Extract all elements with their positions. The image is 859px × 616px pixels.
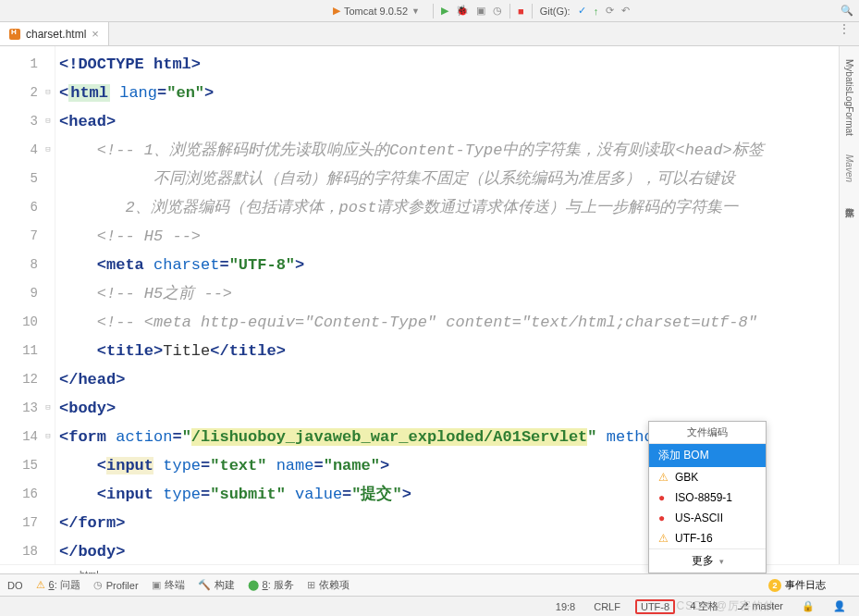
status-bar: 19:8 CRLF UTF-8 4 空格 ⎇ master 🔒 👤 (0, 596, 859, 616)
line-gutter: 1 2 3 4 5 6 7 8 9 10 11 12 13 14 15 16 1… (0, 46, 55, 564)
code-line: <!-- H5之前 --> (97, 285, 232, 302)
line-number: 1 (0, 50, 38, 79)
code-line: <html lang="en"> (59, 84, 214, 102)
line-number: 17 (0, 509, 38, 537)
line-number: 15 (0, 451, 38, 480)
line-number: 11 (0, 337, 38, 365)
todo-button[interactable]: DO (7, 580, 23, 591)
coverage-icon[interactable]: ▣ (476, 5, 485, 17)
git-commit-icon[interactable]: ↑ (594, 6, 599, 17)
tab-charset-html[interactable]: charset.html × (0, 22, 109, 45)
right-tool-sidebar: MybatisLogFormat Maven 数据库 (839, 46, 859, 564)
line-ending[interactable]: CRLF (590, 601, 624, 612)
main-toolbar: ▶ Tomcat 9.0.52 ▼ ▶ 🐞 ▣ ◷ ■ Git(G): ✓ ↑ … (0, 0, 859, 22)
event-log-button[interactable]: 2 事件日志 (768, 578, 826, 592)
error-icon: ● (658, 491, 669, 504)
search-icon[interactable]: 🔍 (841, 5, 853, 17)
line-number: 6 (0, 193, 38, 222)
problems-button[interactable]: ⚠ 6: 问题 (36, 578, 80, 592)
line-number: 5 (0, 165, 38, 193)
error-icon: ● (658, 511, 669, 524)
stop-icon[interactable]: ■ (518, 6, 524, 17)
fold-toggle-icon[interactable]: ⊟ (43, 394, 53, 423)
tab-filename: charset.html (26, 28, 86, 41)
file-encoding[interactable]: UTF-8 (635, 599, 675, 614)
build-button[interactable]: 🔨构建 (198, 578, 235, 592)
popup-item-ascii[interactable]: ● US-ASCII (649, 508, 766, 528)
dependencies-button[interactable]: ⊞依赖项 (307, 578, 350, 592)
code-line: </form> (59, 514, 125, 532)
git-branch[interactable]: ⎇ master (733, 600, 787, 612)
debug-icon[interactable]: 🐞 (456, 5, 469, 17)
sidebar-item-mybatis[interactable]: MybatisLogFormat (844, 54, 854, 142)
fold-toggle-icon[interactable]: ⊟ (43, 136, 53, 165)
popup-item-gbk[interactable]: ⚠ GBK (649, 467, 766, 487)
lock-icon[interactable]: 🔒 (798, 600, 818, 612)
git-history-icon[interactable]: ⟳ (606, 5, 614, 17)
line-number: 16 (0, 480, 38, 509)
fold-toggle-icon[interactable]: ⊟ (43, 423, 53, 451)
line-number: 7 (0, 222, 38, 251)
sidebar-item-database[interactable]: 数据库 (843, 195, 856, 206)
cursor-position[interactable]: 19:8 (552, 601, 579, 612)
git-update-icon[interactable]: ✓ (578, 5, 586, 17)
toolbar-separator (532, 4, 533, 18)
line-number: 3 (0, 107, 38, 136)
code-line: <head> (59, 113, 116, 130)
profiler-button[interactable]: ◷Profiler (93, 579, 139, 591)
code-line: <!DOCTYPE html> (59, 55, 201, 73)
tool-window-bar: DO ⚠ 6: 问题 ◷Profiler ▣终端 🔨构建 ⬤ 8: 服务 ⊞依赖… (0, 573, 859, 596)
git-rollback-icon[interactable]: ↶ (621, 5, 630, 17)
sidebar-item-maven[interactable]: Maven (844, 149, 854, 188)
toolbar-separator (433, 4, 434, 18)
html-file-icon (9, 29, 20, 40)
warning-icon: ⚠ (658, 471, 669, 484)
memory-icon[interactable]: 👤 (829, 600, 850, 612)
popup-header: 文件编码 (649, 422, 766, 444)
code-line: </head> (59, 371, 125, 388)
close-tab-icon[interactable]: × (92, 27, 99, 41)
code-line: <meta charset="UTF-8"> (97, 256, 304, 274)
code-line: <body> (59, 400, 116, 417)
event-count-badge: 2 (768, 579, 781, 592)
fold-toggle-icon[interactable]: ⊟ (43, 79, 53, 107)
popup-item-utf16[interactable]: ⚠ UTF-16 (649, 528, 766, 548)
code-line: <title>Title</title> (97, 342, 286, 360)
git-label: Git(G): (540, 6, 571, 17)
code-line: </body> (59, 543, 125, 561)
line-number: 14 (0, 423, 38, 451)
services-button[interactable]: ⬤ 8: 服务 (248, 578, 294, 592)
editor-tabs: charset.html × ⋮ (0, 22, 859, 46)
indent-setting[interactable]: 4 空格 (686, 599, 722, 613)
server-label: Tomcat 9.0.52 (344, 6, 408, 17)
popup-item-add-bom[interactable]: 添加 BOM (649, 444, 766, 467)
code-line: <input type="text" name="name"> (97, 457, 389, 474)
line-number: 4 (0, 136, 38, 165)
code-line: <!-- H5 --> (97, 228, 201, 245)
line-number: 10 (0, 308, 38, 337)
warning-icon: ⚠ (658, 532, 669, 545)
server-dropdown[interactable]: ▶ Tomcat 9.0.52 ▼ (327, 5, 425, 17)
code-line: <form action="/lishuoboy_javaweb_war_exp… (59, 428, 739, 446)
run-icon[interactable]: ▶ (441, 5, 448, 17)
encoding-popup: 文件编码 添加 BOM ⚠ GBK ● ISO-8859-1 ● US-ASCI… (648, 421, 767, 573)
fold-column: ⊟ ⊟ ⊟ ⊟ ⊟ (43, 50, 53, 566)
code-line: <input type="submit" value="提交"> (97, 486, 411, 503)
line-number: 12 (0, 365, 38, 394)
popup-item-more[interactable]: 更多 ▾ (649, 548, 766, 573)
line-number: 9 (0, 279, 38, 308)
code-line: 2、浏览器编码（包括请求体，post请求参数通过请求体传送）与上一步解码的字符集… (97, 199, 739, 216)
code-line: 不同浏览器默认（自动）解码的字符集不固定（以系统编码为准居多），可以右键设 (97, 170, 735, 188)
line-number: 13 (0, 394, 38, 423)
toolbar-separator (509, 4, 510, 18)
tab-menu-icon[interactable]: ⋮ (829, 22, 859, 45)
fold-toggle-icon[interactable]: ⊟ (43, 107, 53, 136)
terminal-button[interactable]: ▣终端 (152, 578, 185, 592)
line-number: 8 (0, 251, 38, 279)
branch-icon: ⎇ (737, 600, 749, 611)
code-line: <!-- 1、浏览器解码时优先读取响应头的Content-Type中的字符集，没… (97, 142, 764, 159)
profile-icon[interactable]: ◷ (493, 5, 502, 17)
line-number: 18 (0, 537, 38, 566)
popup-item-iso[interactable]: ● ISO-8859-1 (649, 487, 766, 508)
code-line: <!-- <meta http-equiv="Content-Type" con… (97, 314, 757, 331)
